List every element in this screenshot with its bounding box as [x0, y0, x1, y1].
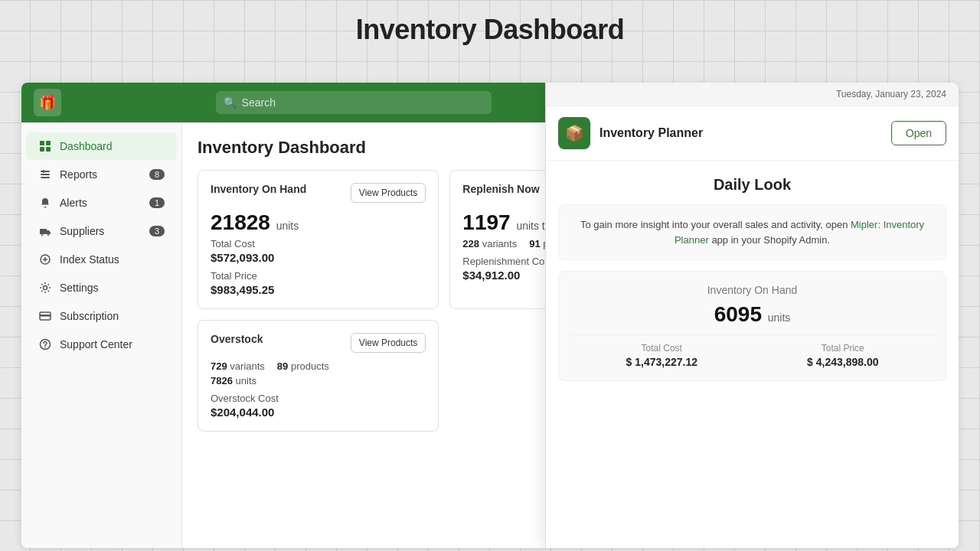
- view-products-button-replenish[interactable]: View Products: [603, 183, 678, 203]
- card-overstock: Overstock View Products 729 variants 89 …: [198, 320, 439, 432]
- replenish-number: 1197 units to replenish: [462, 210, 678, 235]
- card-inventory-on-hand: Inventory On Hand View Products 21828 un…: [198, 170, 439, 309]
- truck-icon: [38, 224, 52, 238]
- sidebar-item-label: Subscription: [60, 310, 119, 322]
- card-replenish-title: Replenish Now: [462, 183, 539, 195]
- svg-point-12: [44, 286, 47, 290]
- overstock-variants-products: 729 variants 89 products: [211, 360, 426, 372]
- view-products-button-ioh[interactable]: View Products: [351, 183, 426, 203]
- main-content: Inventory Dashboard Inventory On Hand Vi…: [182, 122, 959, 548]
- stockouts-products: 56 products: [776, 210, 828, 222]
- replenish-cost-label: Replenishment Cost: [462, 256, 678, 267]
- stockouts-variants-products: 98 variants 56 products: [715, 210, 930, 222]
- card-overstock-title: Overstock: [211, 333, 263, 345]
- stockouts-units: 252 units: [715, 227, 930, 238]
- overstock-cost-label: Overstock Cost: [211, 393, 426, 404]
- total-price-value: $983,495.25: [211, 283, 426, 296]
- settings-icon: [38, 281, 52, 295]
- card-ioh-title: Inventory On Hand: [211, 183, 306, 195]
- svg-point-10: [47, 234, 50, 236]
- bell-icon: [38, 196, 52, 210]
- grid-icon: [38, 139, 52, 153]
- ioh-number: 21828 units: [211, 210, 426, 235]
- card-icon: [38, 309, 52, 323]
- view-products-button-overstock[interactable]: View Products: [351, 333, 426, 353]
- topnav-right: 📅 Book 1:1 expert help ?: [791, 93, 946, 113]
- replenish-products: 91 products: [529, 238, 581, 249]
- stockouts-variants: 98 variants: [715, 210, 764, 222]
- svg-rect-8: [40, 229, 47, 234]
- overstock-units: 7826 units: [211, 375, 426, 386]
- sidebar-item-suppliers[interactable]: Suppliers 3: [26, 217, 177, 245]
- overstock-variants: 729 variants: [211, 360, 265, 372]
- svg-rect-1: [46, 141, 51, 145]
- content-title: Inventory Dashboard: [198, 138, 943, 158]
- replenish-variants: 228 variants: [462, 238, 517, 249]
- topnav-logo: 🎁: [34, 89, 61, 116]
- bottom-cards-grid: Overstock View Products 729 variants 89 …: [198, 320, 943, 432]
- index-icon: [38, 253, 52, 266]
- app-container: 🎁 🔍 📅 Book 1:1 expert help ?: [21, 83, 959, 548]
- search-input[interactable]: [216, 91, 492, 114]
- sidebar-item-label: Suppliers: [60, 225, 104, 237]
- view-products-button-stockouts[interactable]: View Products: [855, 183, 930, 203]
- sidebar-item-index-status[interactable]: Index Status: [26, 246, 177, 273]
- question-icon: ?: [933, 96, 940, 109]
- card-stockouts: Stockouts View Products 98 variants 56 p…: [702, 170, 943, 309]
- topnav: 🎁 🔍 📅 Book 1:1 expert help ?: [21, 83, 959, 122]
- sidebar-item-label: Support Center: [60, 338, 132, 350]
- sidebar-item-support[interactable]: Support Center: [26, 331, 177, 358]
- main-layout: Dashboard Reports 8: [21, 122, 959, 548]
- replenish-cost-value: $34,912.00: [462, 269, 678, 282]
- total-price-label: Total Price: [211, 270, 426, 282]
- search-bar: 🔍: [216, 91, 492, 114]
- overstock-products: 89 products: [277, 360, 329, 372]
- svg-rect-7: [43, 170, 44, 173]
- svg-rect-2: [40, 147, 44, 152]
- card-stockouts-title: Stockouts: [715, 183, 767, 195]
- sidebar-item-settings[interactable]: Settings: [26, 274, 177, 302]
- overstock-cost-value: $204,044.00: [211, 406, 426, 419]
- search-icon: 🔍: [224, 96, 237, 109]
- card-replenish-now: Replenish Now View Products 1197 units t…: [449, 170, 691, 309]
- reports-badge: 8: [149, 169, 165, 180]
- page-title-outer: Inventory Dashboard: [0, 0, 980, 54]
- calendar-icon: 📅: [800, 97, 812, 109]
- sidebar-item-dashboard[interactable]: Dashboard: [26, 132, 177, 160]
- list-icon: [38, 168, 52, 181]
- sidebar-item-label: Alerts: [60, 197, 87, 209]
- svg-point-16: [44, 347, 46, 348]
- top-cards-grid: Inventory On Hand View Products 21828 un…: [198, 170, 943, 309]
- sidebar-item-label: Settings: [60, 282, 99, 294]
- svg-rect-14: [40, 315, 51, 317]
- sidebar-item-subscription[interactable]: Subscription: [26, 302, 177, 330]
- sidebar: Dashboard Reports 8: [21, 122, 182, 548]
- svg-rect-6: [41, 177, 50, 178]
- suppliers-badge: 3: [149, 226, 165, 236]
- svg-rect-4: [41, 171, 50, 172]
- logo-icon: 🎁: [39, 94, 56, 111]
- alerts-badge: 1: [149, 197, 165, 208]
- expert-help-label: Book 1:1 expert help: [817, 97, 908, 109]
- svg-rect-0: [40, 141, 44, 145]
- total-cost-label: Total Cost: [211, 238, 426, 249]
- sidebar-item-reports[interactable]: Reports 8: [26, 161, 177, 188]
- help-icon: [38, 337, 52, 351]
- sidebar-item-label: Dashboard: [60, 140, 113, 152]
- total-cost-value: $572,093.00: [211, 251, 426, 264]
- expert-help-button[interactable]: 📅 Book 1:1 expert help: [791, 93, 917, 113]
- sidebar-item-label: Reports: [60, 168, 97, 181]
- svg-point-9: [41, 234, 44, 236]
- sidebar-item-label: Index Status: [60, 253, 119, 266]
- help-button[interactable]: ?: [926, 93, 946, 112]
- replenish-variants-products: 228 variants 91 products: [462, 238, 678, 249]
- svg-rect-5: [41, 174, 50, 175]
- svg-rect-3: [46, 147, 51, 152]
- sidebar-item-alerts[interactable]: Alerts 1: [26, 189, 177, 217]
